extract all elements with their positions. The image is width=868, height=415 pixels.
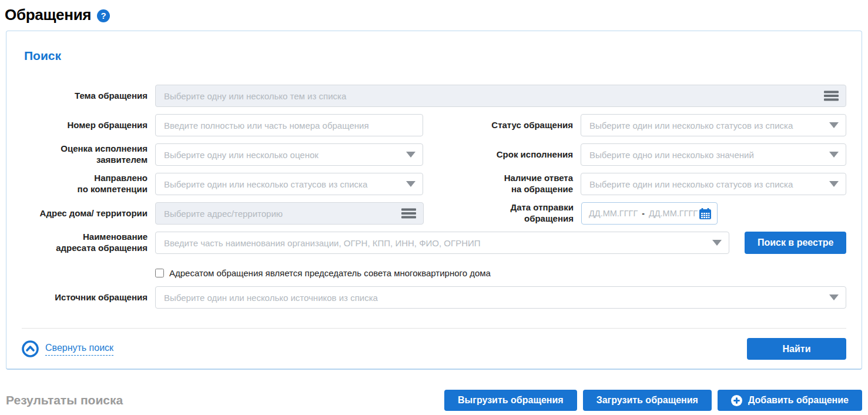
- search-panel: Поиск Тема обращения Номер обращения Ста…: [6, 31, 862, 370]
- list-menu-icon[interactable]: [824, 91, 839, 101]
- results-buttons: Выгрузить обращения Загрузить обращения …: [444, 390, 862, 411]
- export-appeals-button[interactable]: Выгрузить обращения: [444, 390, 577, 411]
- srok-label: Срок исполнения: [423, 149, 581, 160]
- calendar-icon[interactable]: [699, 208, 711, 219]
- chairman-checkbox-label: Адресатом обращения является председател…: [169, 268, 491, 278]
- search-heading: Поиск: [24, 49, 846, 63]
- napravleno-label: Направленопо компетенции: [22, 173, 155, 195]
- chevron-down-icon[interactable]: [406, 181, 415, 187]
- chevron-down-icon[interactable]: [406, 152, 415, 158]
- results-section: Результаты поиска Выгрузить обращения За…: [6, 390, 862, 411]
- help-icon[interactable]: ?: [97, 9, 110, 22]
- srok-input[interactable]: [581, 144, 826, 165]
- napravleno-input[interactable]: [156, 173, 403, 195]
- istochnik-select[interactable]: [155, 286, 846, 309]
- tema-label: Тема обращения: [22, 91, 155, 102]
- ocenka-input[interactable]: [156, 144, 403, 165]
- napravleno-select[interactable]: [155, 173, 423, 195]
- nomer-field[interactable]: [155, 114, 423, 136]
- row-tema: Тема обращения: [22, 85, 846, 107]
- data-otpravki-label: Дата отправкиобращения: [424, 202, 581, 225]
- date-range-separator: -: [642, 209, 645, 218]
- row-adres-data: Адрес дома/ территории Дата отправкиобра…: [22, 202, 846, 225]
- chevron-down-icon[interactable]: [829, 152, 839, 158]
- istochnik-input[interactable]: [156, 287, 826, 308]
- chevron-down-icon[interactable]: [829, 122, 839, 128]
- results-heading: Результаты поиска: [6, 393, 123, 407]
- tema-select[interactable]: [155, 85, 846, 107]
- status-input[interactable]: [581, 115, 826, 136]
- collapse-search-label[interactable]: Свернуть поиск: [45, 343, 113, 356]
- adres-select[interactable]: [155, 202, 424, 225]
- naimenovanie-label: Наименованиеадресата обращения: [22, 232, 155, 254]
- naimenovanie-input[interactable]: [156, 232, 709, 253]
- nomer-input[interactable]: [156, 115, 415, 136]
- nomer-label: Номер обращения: [22, 120, 155, 131]
- find-button[interactable]: Найти: [747, 338, 846, 360]
- row-nomer-status: Номер обращения Статус обращения: [22, 114, 846, 136]
- page-title: Обращения: [5, 6, 91, 24]
- panel-footer: Свернуть поиск Найти: [22, 329, 846, 369]
- ocenka-select[interactable]: [155, 143, 423, 166]
- date-from-value[interactable]: ДД.ММ.ГГГГ: [589, 209, 638, 218]
- date-range-field[interactable]: ДД.ММ.ГГГГ - ДД.ММ.ГГГГ: [581, 202, 718, 225]
- row-naimenovanie: Наименованиеадресата обращения Поиск в р…: [22, 232, 846, 254]
- tema-input[interactable]: [156, 85, 820, 106]
- row-ocenka-srok: Оценка исполнениязаявителем Срок исполне…: [22, 143, 846, 166]
- status-select[interactable]: [581, 114, 846, 136]
- adres-label: Адрес дома/ территории: [22, 208, 155, 219]
- chevron-down-icon[interactable]: [829, 294, 839, 300]
- status-label: Статус обращения: [423, 120, 581, 131]
- row-napravleno-nalichie: Направленопо компетенции Наличие ответан…: [22, 173, 846, 195]
- nalichie-select[interactable]: [581, 173, 846, 195]
- chairman-checkbox[interactable]: [155, 269, 164, 277]
- chairman-checkbox-row: Адресатом обращения является председател…: [155, 268, 846, 278]
- chevron-down-icon[interactable]: [712, 240, 722, 246]
- nalichie-label: Наличие ответана обращение: [423, 173, 581, 195]
- add-appeal-button[interactable]: Добавить обращение: [718, 390, 862, 411]
- naimenovanie-field[interactable]: [155, 232, 729, 254]
- date-to-value[interactable]: ДД.ММ.ГГГГ: [649, 209, 698, 218]
- collapse-search-link[interactable]: Свернуть поиск: [22, 340, 113, 357]
- chevron-up-circle-icon[interactable]: [22, 340, 39, 357]
- ocenka-label: Оценка исполнениязаявителем: [22, 143, 155, 166]
- row-istochnik: Источник обращения: [22, 286, 846, 309]
- istochnik-label: Источник обращения: [22, 292, 155, 303]
- adres-input[interactable]: [156, 203, 398, 224]
- chevron-down-icon[interactable]: [829, 181, 839, 187]
- plus-circle-icon: [731, 395, 742, 406]
- import-appeals-button[interactable]: Загрузить обращения: [583, 390, 712, 411]
- nalichie-input[interactable]: [581, 173, 826, 195]
- page-header: Обращения ?: [5, 4, 868, 26]
- srok-select[interactable]: [581, 143, 846, 166]
- list-menu-icon[interactable]: [401, 208, 416, 219]
- search-registry-button[interactable]: Поиск в реестре: [745, 232, 846, 254]
- add-appeal-label: Добавить обращение: [748, 395, 849, 406]
